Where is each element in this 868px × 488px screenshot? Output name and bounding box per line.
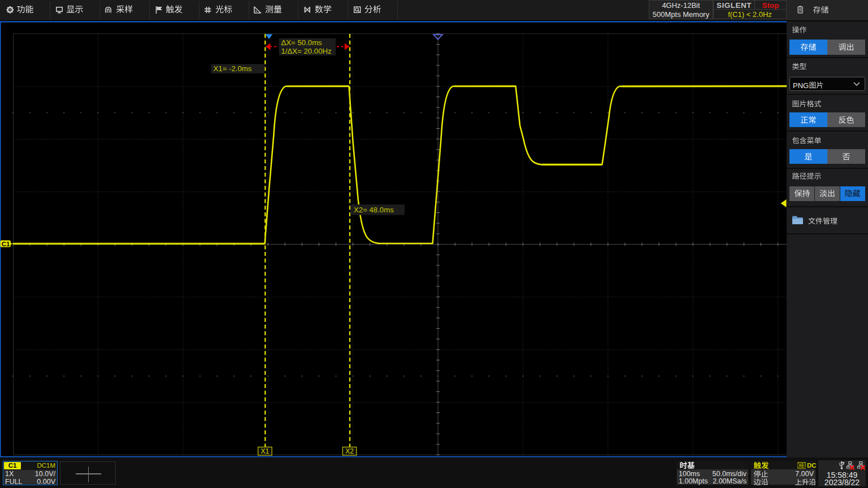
svg-text:X2: X2 [345, 447, 354, 455]
svg-text:ΔX= 50.0ms: ΔX= 50.0ms [281, 38, 323, 47]
svg-text:C1: C1 [2, 241, 10, 247]
svg-text:X2= 48.0ms: X2= 48.0ms [354, 206, 394, 214]
svg-text:1/ΔX= 20.00Hz: 1/ΔX= 20.00Hz [281, 47, 332, 55]
svg-text:X1: X1 [261, 447, 269, 455]
svg-text:X1= -2.0ms: X1= -2.0ms [214, 64, 252, 73]
